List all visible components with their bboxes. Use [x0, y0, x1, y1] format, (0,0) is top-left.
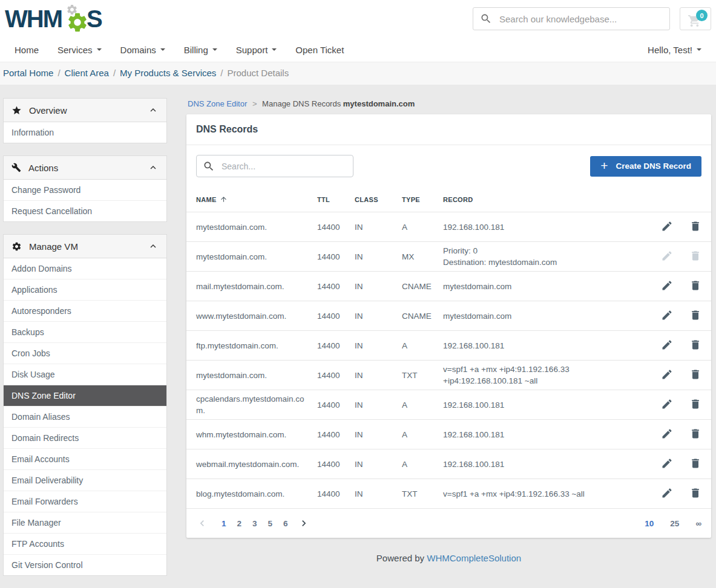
trash-icon: [689, 398, 701, 412]
breadcrumb-my-products-services[interactable]: My Products & Services: [120, 68, 216, 78]
chevron-down-icon: [272, 48, 277, 51]
trash-icon: [689, 279, 701, 293]
sidebar-item-email-forwarders[interactable]: Email Forwarders: [4, 491, 166, 512]
column-header-name[interactable]: NAME: [196, 195, 317, 203]
edit-record-button[interactable]: [661, 339, 673, 353]
delete-record-button[interactable]: [689, 368, 701, 382]
delete-record-button[interactable]: [689, 398, 701, 412]
cell-actions: [654, 250, 701, 264]
delete-record-button[interactable]: [689, 309, 701, 323]
page-1-button[interactable]: 1: [222, 519, 226, 528]
sidebar-item-disk-usage[interactable]: Disk Usage: [4, 364, 166, 385]
cell-actions: [654, 487, 701, 501]
large-gear-icon: [66, 11, 89, 34]
cell-ttl: 14400: [317, 307, 355, 325]
table-search-input[interactable]: [220, 161, 347, 172]
edit-record-button: [661, 250, 673, 264]
next-page-button[interactable]: [298, 517, 310, 529]
cell-actions: [654, 339, 701, 353]
trash-icon: [689, 250, 701, 264]
sidebar-item-domain-aliases[interactable]: Domain Aliases: [4, 407, 166, 428]
chevron-down-icon: [697, 48, 701, 51]
delete-record-button[interactable]: [689, 487, 701, 501]
nav-item-billing[interactable]: Billing: [184, 45, 217, 55]
sidebar-item-email-deliverability[interactable]: Email Deliverability: [4, 470, 166, 491]
cell-name: whm.mytestdomain.com.: [196, 426, 317, 443]
page-2-button[interactable]: 2: [237, 519, 242, 528]
sidebar-item-file-manager[interactable]: File Manager: [4, 512, 166, 534]
trash-icon: [689, 368, 701, 382]
sidebar-item-backups[interactable]: Backups: [4, 322, 166, 343]
cell-actions: [654, 220, 701, 234]
sidebar-item-cron-jobs[interactable]: Cron Jobs: [4, 343, 166, 364]
edit-record-button[interactable]: [661, 368, 673, 382]
cell-actions: [654, 279, 701, 293]
sidebar-item-git-version-control[interactable]: Git Version Control: [4, 555, 166, 575]
sidebar-item-ftp-accounts[interactable]: FTP Accounts: [4, 534, 166, 555]
sidebar-item-dns-zone-editor[interactable]: DNS Zone Editor: [4, 385, 166, 407]
page-5-button[interactable]: 5: [268, 519, 273, 528]
dns-zone-editor-link[interactable]: DNS Zone Editor: [188, 99, 247, 108]
pencil-icon: [661, 368, 673, 382]
nav-item-open-ticket[interactable]: Open Ticket: [295, 45, 344, 55]
sidebar-item-email-accounts[interactable]: Email Accounts: [4, 449, 166, 470]
nav-item-services[interactable]: Services: [57, 45, 102, 55]
create-dns-record-button[interactable]: + Create DNS Record: [590, 156, 701, 177]
column-header-ttl[interactable]: TTL: [317, 196, 355, 203]
wrench-icon: [11, 163, 21, 172]
knowledgebase-search-input[interactable]: [498, 13, 663, 25]
sidebar-item-applications[interactable]: Applications: [4, 279, 166, 301]
cell-name: mytestdomain.com.: [196, 367, 317, 384]
page-size-all-button[interactable]: ∞: [695, 519, 701, 528]
column-label: NAME: [196, 196, 217, 203]
sidebar-header-overview[interactable]: Overview: [4, 99, 166, 122]
edit-record-button[interactable]: [661, 457, 673, 471]
edit-record-button[interactable]: [661, 428, 673, 442]
nav-item-home[interactable]: Home: [15, 45, 39, 55]
cart-button[interactable]: 0: [680, 7, 711, 30]
breadcrumb-portal-home[interactable]: Portal Home: [3, 68, 53, 78]
delete-record-button[interactable]: [689, 220, 701, 234]
trash-icon: [689, 309, 701, 323]
nav-item-domains[interactable]: Domains: [120, 45, 165, 55]
nav-item-support[interactable]: Support: [236, 45, 277, 55]
delete-record-button[interactable]: [689, 339, 701, 353]
user-menu[interactable]: Hello, Test!: [648, 45, 701, 55]
search-icon: [480, 13, 492, 25]
delete-record-button[interactable]: [689, 428, 701, 442]
chevron-up-icon: [148, 162, 159, 173]
breadcrumb-client-area[interactable]: Client Area: [65, 68, 109, 78]
edit-record-button[interactable]: [661, 279, 673, 293]
column-header-record[interactable]: RECORD: [443, 196, 654, 203]
sidebar-item-addon-domains[interactable]: Addon Domains: [4, 258, 166, 279]
whmcompletesolution-link[interactable]: WHMCompleteSolution: [427, 553, 521, 563]
sidebar-item-change-password[interactable]: Change Password: [4, 180, 166, 201]
page-3-button[interactable]: 3: [252, 519, 257, 528]
delete-record-button[interactable]: [689, 457, 701, 471]
sidebar-header-actions[interactable]: Actions: [4, 156, 166, 180]
sidebar-item-domain-redirects[interactable]: Domain Redirects: [4, 428, 166, 449]
cell-record: Priority: 0Destination: mytestdomain.com: [443, 242, 654, 271]
sidebar-header-manage-vm[interactable]: Manage VM: [4, 235, 166, 258]
cell-name: webmail.mytestdomain.com.: [196, 456, 317, 473]
edit-record-button[interactable]: [661, 487, 673, 501]
edit-record-button[interactable]: [661, 220, 673, 234]
delete-record-button[interactable]: [689, 279, 701, 293]
page-6-button[interactable]: 6: [283, 519, 288, 528]
cell-ttl: 14400: [317, 337, 355, 354]
main-nav: HomeServicesDomainsBillingSupportOpen Ti…: [0, 38, 716, 62]
edit-record-button[interactable]: [661, 398, 673, 412]
table-search: [196, 155, 353, 177]
page-size-25-button[interactable]: 25: [670, 519, 679, 528]
whmcs-logo[interactable]: WHM S: [5, 3, 102, 34]
edit-record-button[interactable]: [661, 309, 673, 323]
sidebar-item-request-cancellation[interactable]: Request Cancellation: [4, 201, 166, 221]
pencil-icon: [661, 220, 673, 234]
column-header-type[interactable]: TYPE: [402, 196, 443, 203]
sidebar-item-information[interactable]: Information: [4, 122, 166, 143]
page-size-10-button[interactable]: 10: [645, 519, 654, 528]
column-header-class[interactable]: CLASS: [355, 196, 402, 203]
sidebar-item-autoresponders[interactable]: Autoresponders: [4, 301, 166, 322]
prev-page-button[interactable]: [196, 517, 208, 529]
cell-ttl: 14400: [317, 456, 355, 473]
